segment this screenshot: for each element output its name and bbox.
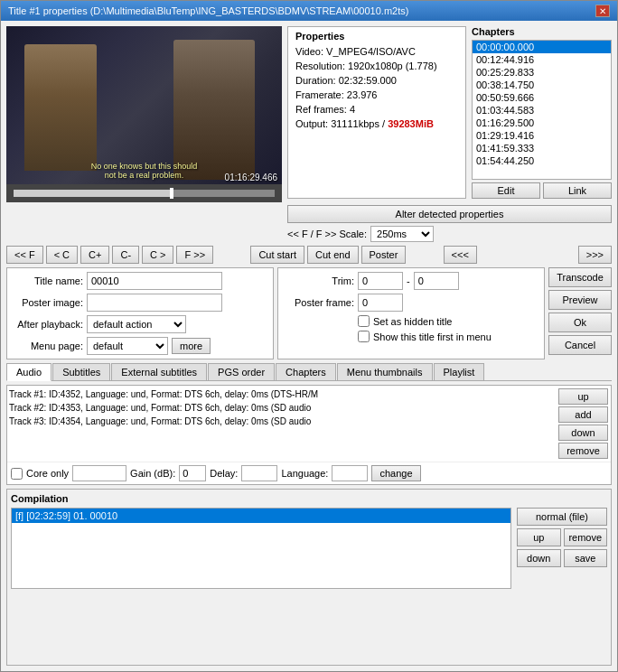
comp-down-save-row: down save bbox=[517, 549, 607, 567]
comp-save-button[interactable]: save bbox=[564, 549, 608, 567]
next-f-button[interactable]: F >> bbox=[176, 246, 213, 264]
compilation-buttons: normal (file) up remove down save bbox=[517, 508, 607, 661]
c-plus-button[interactable]: C+ bbox=[80, 246, 109, 264]
comp-up-button[interactable]: up bbox=[517, 528, 561, 546]
next-nav-button[interactable]: >>> bbox=[578, 246, 612, 264]
chapter-item[interactable]: 00:50:59.666 bbox=[473, 91, 611, 104]
chapter-item[interactable]: 01:29:19.416 bbox=[473, 129, 611, 142]
gain-input[interactable] bbox=[179, 465, 206, 481]
prop-output-text: Output: 31111kbps / bbox=[295, 118, 385, 129]
tab-audio[interactable]: Audio bbox=[6, 363, 52, 381]
audio-tracks-area: Track #1: ID:4352, Language: und, Format… bbox=[7, 386, 611, 462]
tracks-up-button[interactable]: up bbox=[558, 388, 608, 405]
chapters-list[interactable]: 00:00:00.00000:12:44.91600:25:29.83300:3… bbox=[472, 40, 612, 180]
poster-image-label: Poster image: bbox=[11, 297, 83, 308]
c-minus-button[interactable]: C- bbox=[112, 246, 139, 264]
audio-opts-row: Core only Gain (dB): Delay: Language: ch… bbox=[7, 462, 611, 484]
title-bar: Title #1 properties (D:\Multimedia\BluTe… bbox=[1, 1, 617, 21]
chapter-item[interactable]: 01:54:44.250 bbox=[473, 154, 611, 167]
prop-resolution: Resolution: 1920x1080p (1.778) bbox=[295, 59, 458, 73]
tab-menu-thumbnails[interactable]: Menu thumbnails bbox=[337, 363, 433, 380]
tabs-container: AudioSubtitlesExternal subtitlesPGS orde… bbox=[6, 363, 612, 381]
trim-start-input[interactable] bbox=[358, 272, 403, 290]
compilation-item[interactable]: [f] [02:32:59] 01. 00010 bbox=[12, 509, 510, 523]
chapter-item[interactable]: 00:25:29.833 bbox=[473, 66, 611, 79]
hidden-title-row: Set as hidden title bbox=[282, 315, 540, 327]
tracks-buttons: up add down remove bbox=[556, 386, 611, 462]
prop-video: Video: V_MPEG4/ISO/AVC bbox=[295, 44, 458, 59]
chapter-item[interactable]: 01:41:59.333 bbox=[473, 142, 611, 154]
track-item[interactable]: Track #2: ID:4353, Language: und, Format… bbox=[9, 401, 551, 415]
chapter-item[interactable]: 01:16:29.500 bbox=[473, 117, 611, 129]
gain-label: Gain (dB): bbox=[130, 468, 175, 479]
tab-external-subtitles[interactable]: External subtitles bbox=[111, 363, 207, 380]
scale-select[interactable]: 250ms500ms1s5s10s bbox=[370, 226, 434, 242]
transcode-button[interactable]: Transcode bbox=[548, 267, 612, 287]
title-name-input[interactable] bbox=[87, 272, 222, 290]
chapter-item[interactable]: 00:00:00.000 bbox=[473, 41, 611, 53]
edit-button[interactable]: Edit bbox=[472, 182, 540, 199]
poster-frame-input[interactable] bbox=[358, 294, 403, 312]
hidden-title-checkbox[interactable] bbox=[358, 315, 370, 327]
tracks-down-button[interactable]: down bbox=[558, 425, 608, 441]
language-input[interactable] bbox=[332, 465, 368, 481]
chapters-panel: Chapters 00:00:00.00000:12:44.91600:25:2… bbox=[472, 26, 612, 199]
cut-start-button[interactable]: Cut start bbox=[250, 246, 304, 264]
action-buttons: Transcode Preview Ok Cancel bbox=[548, 267, 612, 359]
prev-c-button[interactable]: < C bbox=[46, 246, 78, 264]
alter-button[interactable]: Alter detected properties bbox=[287, 205, 612, 223]
poster-image-input[interactable] bbox=[87, 294, 222, 312]
comp-down-button[interactable]: down bbox=[517, 549, 561, 567]
close-button[interactable]: ✕ bbox=[595, 5, 610, 17]
preview-button[interactable]: Preview bbox=[548, 290, 612, 310]
main-window: Title #1 properties (D:\Multimedia\BluTe… bbox=[0, 0, 618, 672]
cut-end-button[interactable]: Cut end bbox=[307, 246, 359, 264]
chapter-item[interactable]: 00:12:44.916 bbox=[473, 53, 611, 66]
poster-button[interactable]: Poster bbox=[361, 246, 407, 264]
form-right: Trim: - Poster frame: Set as hidden titl… bbox=[277, 267, 545, 359]
chapter-item[interactable]: 01:03:44.583 bbox=[473, 104, 611, 117]
normal-file-button[interactable]: normal (file) bbox=[517, 508, 607, 526]
after-playback-select[interactable]: default actionstoploopnext title bbox=[87, 315, 186, 333]
tab-subtitles[interactable]: Subtitles bbox=[52, 363, 110, 380]
nav-buttons-row: << F < C C+ C- C > F >> Cut start Cut en… bbox=[6, 246, 612, 264]
next-c-button[interactable]: C > bbox=[142, 246, 173, 264]
ok-button[interactable]: Ok bbox=[548, 313, 612, 332]
menu-page-select[interactable]: default bbox=[87, 337, 168, 355]
show-first-checkbox[interactable] bbox=[358, 331, 370, 342]
tab-pgs-order[interactable]: PGS order bbox=[208, 363, 275, 380]
core-only-checkbox[interactable] bbox=[11, 468, 23, 480]
seek-bar[interactable] bbox=[14, 190, 275, 197]
after-playback-label: After playback: bbox=[11, 319, 83, 330]
link-button[interactable]: Link bbox=[543, 182, 612, 199]
cancel-button[interactable]: Cancel bbox=[548, 335, 612, 355]
trim-end-input[interactable] bbox=[414, 272, 459, 290]
comp-remove-button[interactable]: remove bbox=[564, 528, 608, 546]
track-item[interactable]: Track #3: ID:4354, Language: und, Format… bbox=[9, 415, 551, 428]
video-figure-left bbox=[24, 44, 97, 171]
chapter-item[interactable]: 00:38:14.750 bbox=[473, 79, 611, 91]
video-timecode: 01:16:29.466 bbox=[225, 173, 277, 182]
prev-nav-button[interactable]: <<< bbox=[444, 246, 477, 264]
delay-label: Delay: bbox=[210, 468, 238, 479]
prop-ref-frames: Ref frames: 4 bbox=[295, 102, 458, 117]
tab-chapters[interactable]: Chapters bbox=[276, 363, 336, 380]
tracks-remove-button[interactable]: remove bbox=[558, 443, 608, 459]
gain-text-input[interactable] bbox=[72, 465, 126, 481]
prop-output: Output: 31111kbps / 39283MiB bbox=[295, 117, 458, 131]
tracks-add-button[interactable]: add bbox=[558, 406, 608, 423]
change-button[interactable]: change bbox=[371, 465, 420, 481]
compilation-title: Compilation bbox=[11, 493, 607, 504]
chapters-buttons: Edit Link bbox=[472, 182, 612, 199]
after-playback-row: After playback: default actionstoploopne… bbox=[11, 315, 269, 333]
prev-f-button[interactable]: << F bbox=[6, 246, 43, 264]
video-preview: No one knows but this shouldnot be a rea… bbox=[6, 26, 282, 202]
track-item[interactable]: Track #1: ID:4352, Language: und, Format… bbox=[9, 387, 551, 401]
tracks-list[interactable]: Track #1: ID:4352, Language: und, Format… bbox=[7, 386, 553, 442]
tabs-row: AudioSubtitlesExternal subtitlesPGS orde… bbox=[6, 363, 612, 381]
tab-playlist[interactable]: Playlist bbox=[434, 363, 485, 380]
compilation-list[interactable]: [f] [02:32:59] 01. 00010 bbox=[11, 508, 511, 589]
more-button[interactable]: more bbox=[172, 338, 211, 354]
delay-input[interactable] bbox=[241, 465, 277, 481]
chapters-title: Chapters bbox=[472, 26, 612, 37]
